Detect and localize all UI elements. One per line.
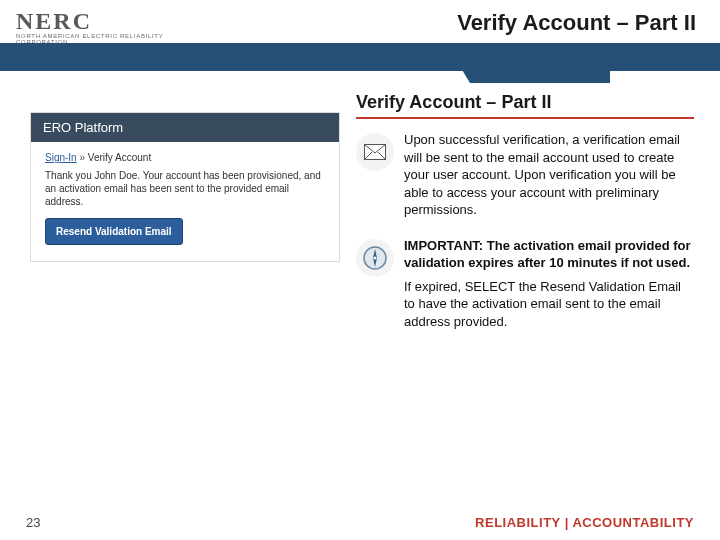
breadcrumb-root: Sign-In	[45, 152, 77, 163]
ero-screenshot: ERO Platform Sign-In » Verify Account Th…	[30, 112, 340, 262]
header: NERC NORTH AMERICAN ELECTRIC RELIABILITY…	[0, 0, 720, 62]
page-number: 23	[26, 515, 40, 530]
logo-text: NERC	[16, 8, 196, 35]
screenshot-body: Thank you John Doe. Your account has bee…	[31, 167, 339, 261]
footer: 23 RELIABILITY | ACCOUNTABILITY	[0, 515, 720, 530]
content: ERO Platform Sign-In » Verify Account Th…	[0, 92, 720, 504]
svg-point-2	[374, 256, 377, 259]
page-title: Verify Account – Part II	[457, 10, 696, 36]
important-label: IMPORTANT:	[404, 238, 483, 253]
info-text-2: IMPORTANT: The activation email provided…	[404, 237, 694, 331]
nerc-logo: NERC NORTH AMERICAN ELECTRIC RELIABILITY…	[16, 8, 196, 45]
screenshot-panel: ERO Platform Sign-In » Verify Account Th…	[30, 112, 340, 262]
mail-icon	[356, 133, 394, 171]
breadcrumb-current: Verify Account	[88, 152, 151, 163]
slide: NERC NORTH AMERICAN ELECTRIC RELIABILITY…	[0, 0, 720, 540]
header-accent-tab	[470, 43, 610, 83]
info-text-1: Upon successful verification, a verifica…	[404, 131, 694, 219]
header-bar	[0, 43, 720, 71]
breadcrumb: Sign-In » Verify Account	[31, 142, 339, 167]
section-heading: Verify Account – Part II	[356, 92, 694, 119]
ero-platform-header: ERO Platform	[31, 113, 339, 142]
info-block-2: IMPORTANT: The activation email provided…	[356, 237, 694, 331]
breadcrumb-sep: »	[79, 152, 85, 163]
resend-validation-email-button[interactable]: Resend Validation Email	[45, 218, 183, 245]
important-line: IMPORTANT: The activation email provided…	[404, 237, 694, 272]
expired-instruction: If expired, SELECT the Resend Validation…	[404, 278, 694, 331]
footer-tagline: RELIABILITY | ACCOUNTABILITY	[475, 515, 694, 530]
provisioned-message: Thank you John Doe. Your account has bee…	[45, 169, 325, 208]
explanation-panel: Verify Account – Part II Upon successful…	[356, 92, 694, 348]
info-block-1: Upon successful verification, a verifica…	[356, 131, 694, 219]
compass-icon	[356, 239, 394, 277]
